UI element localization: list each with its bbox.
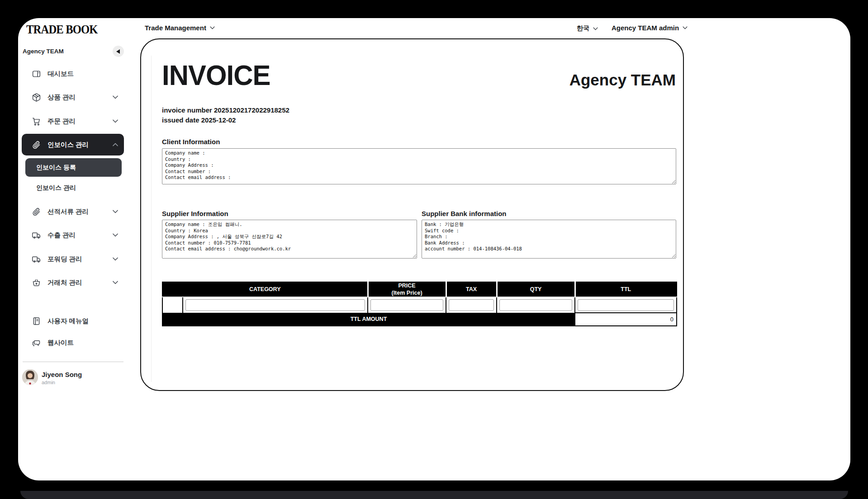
sidebar-item-dashboard[interactable]: 대시보드: [22, 63, 124, 85]
chevron-down-icon: [210, 26, 215, 29]
sidebar-item-label: 선적서류 관리: [47, 207, 89, 216]
table-header-qty: QTY: [497, 282, 575, 297]
supplier-bank-textarea[interactable]: Bank : 기업은행 Swift code : Branch : Bank A…: [422, 220, 676, 259]
account-dropdown[interactable]: Agency TEAM admin: [612, 24, 688, 32]
sidebar-subitem-invoice-register[interactable]: 인보이스 등록: [25, 158, 122, 177]
ttl-input[interactable]: [578, 299, 674, 311]
sidebar-item-label: 거래처 관리: [47, 278, 82, 287]
chevron-down-icon: [683, 26, 688, 29]
device-base-shadow: [20, 491, 848, 499]
paperclip-icon: [32, 140, 41, 150]
app-window: TRADE BOOK Trade Management 한국 Agency TE…: [18, 18, 850, 480]
sidebar-item-user-manual[interactable]: 사용자 메뉴얼: [22, 310, 124, 332]
invoice-number-line: invoice number 20251202172022918252: [162, 105, 289, 115]
invoice-title: INVOICE: [162, 61, 270, 89]
trade-management-label: Trade Management: [145, 24, 206, 32]
table-header-price: PRICE (Item Price): [368, 282, 446, 297]
chevron-down-icon: [113, 257, 118, 261]
sidebar-item-label: 수출 관리: [47, 231, 76, 240]
card-inner-divider: [151, 56, 152, 382]
table-header-tax: TAX: [446, 282, 497, 297]
dashboard-icon: [32, 69, 41, 79]
item-row: [162, 297, 677, 313]
basket-icon: [32, 278, 41, 287]
invoice-number-label: invoice number: [162, 106, 212, 114]
sidebar-item-partners[interactable]: 거래처 관리: [22, 272, 124, 293]
sidebar-item-invoice-management[interactable]: 인보이스 관리: [22, 134, 124, 155]
price-input[interactable]: [370, 299, 443, 311]
total-row: TTL AMOUNT 0: [162, 313, 677, 326]
sidebar-subitem-invoice-management[interactable]: 인보이스 관리: [25, 179, 122, 197]
sidebar-subitem-label: 인보이스 관리: [36, 184, 76, 192]
supplier-information-textarea[interactable]: Company name : 조은임 컴패니. Country : Korea …: [162, 220, 417, 259]
supplier-information-heading: Supplier Information: [162, 210, 228, 217]
sidebar-item-forwarding[interactable]: 포워딩 관리: [22, 248, 124, 270]
ttl-amount-label: TTL AMOUNT: [162, 313, 575, 326]
sidebar-divider: [23, 362, 123, 362]
invoice-items-table: CATEGORY PRICE (Item Price) TAX QTY TTL: [162, 282, 677, 326]
sidebar-item-label: 주문 관리: [47, 117, 76, 126]
qty-input[interactable]: [499, 299, 572, 311]
language-label: 한국: [577, 24, 589, 33]
invoice-meta: invoice number 20251202172022918252 issu…: [162, 105, 289, 125]
sidebar-item-label: 사용자 메뉴얼: [47, 317, 89, 325]
chevron-down-icon: [593, 27, 598, 30]
table-header-category: CATEGORY: [162, 282, 368, 297]
profile-block[interactable]: Jiyeon Song admin: [22, 368, 126, 389]
sidebar-item-label: 상품 관리: [47, 93, 76, 102]
issued-date-line: issued date 2025-12-02: [162, 115, 289, 125]
avatar: [22, 369, 38, 385]
issued-date-label: issued date: [162, 116, 199, 124]
language-dropdown[interactable]: 한국: [577, 24, 598, 33]
ttl-amount-value: 0: [575, 313, 677, 326]
table-header-ttl: TTL: [575, 282, 677, 297]
website-chat-icon: [32, 338, 41, 348]
tax-input[interactable]: [449, 299, 494, 311]
client-information-heading: Client Information: [162, 138, 220, 146]
issued-date-value: 2025-12-02: [201, 116, 236, 124]
trade-management-dropdown[interactable]: Trade Management: [145, 24, 215, 32]
manual-icon: [32, 316, 41, 326]
profile-name: Jiyeon Song: [42, 371, 82, 378]
chevron-down-icon: [113, 233, 118, 237]
sidebar-item-label: 웹사이트: [47, 339, 74, 347]
sidebar-subitem-label: 인보이스 등록: [36, 164, 76, 172]
paperclip-icon: [32, 207, 41, 217]
sidebar-item-shipping-docs[interactable]: 선적서류 관리: [22, 201, 124, 222]
row-index-cell: [162, 297, 183, 313]
package-icon: [32, 93, 41, 102]
chevron-down-icon: [113, 95, 118, 99]
client-information-textarea[interactable]: Company name : Country : Company Address…: [162, 148, 676, 184]
sidebar-item-label: 인보이스 관리: [47, 141, 89, 149]
sidebar-item-export[interactable]: 수출 관리: [22, 224, 124, 246]
invoice-form-card: INVOICE Agency TEAM invoice number 20251…: [140, 38, 684, 391]
truck-icon: [32, 231, 41, 240]
trade-book-logo: TRADE BOOK: [26, 22, 98, 37]
sidebar-item-label: 대시보드: [47, 70, 74, 78]
invoice-number-value: 20251202172022918252: [214, 106, 289, 114]
truck-icon: [32, 254, 41, 264]
category-input[interactable]: [185, 299, 365, 311]
cart-icon: [32, 117, 41, 126]
sidebar-collapse-button[interactable]: [113, 46, 124, 57]
sidebar-item-website[interactable]: 웹사이트: [22, 332, 124, 353]
chevron-down-icon: [113, 281, 118, 284]
collapse-arrow-icon: [116, 49, 120, 54]
team-label: Agency TEAM: [23, 48, 64, 55]
profile-role: admin: [42, 380, 55, 385]
chevron-down-icon: [113, 119, 118, 123]
supplier-bank-heading: Supplier Bank information: [422, 210, 507, 217]
sidebar-item-orders[interactable]: 주문 관리: [22, 110, 124, 132]
sidebar-item-label: 포워딩 관리: [47, 255, 82, 264]
invoice-company-name: Agency TEAM: [569, 71, 676, 89]
account-label: Agency TEAM admin: [612, 24, 679, 32]
sidebar-item-products[interactable]: 상품 관리: [22, 86, 124, 108]
chevron-down-icon: [113, 210, 118, 213]
chevron-up-icon: [113, 143, 118, 146]
